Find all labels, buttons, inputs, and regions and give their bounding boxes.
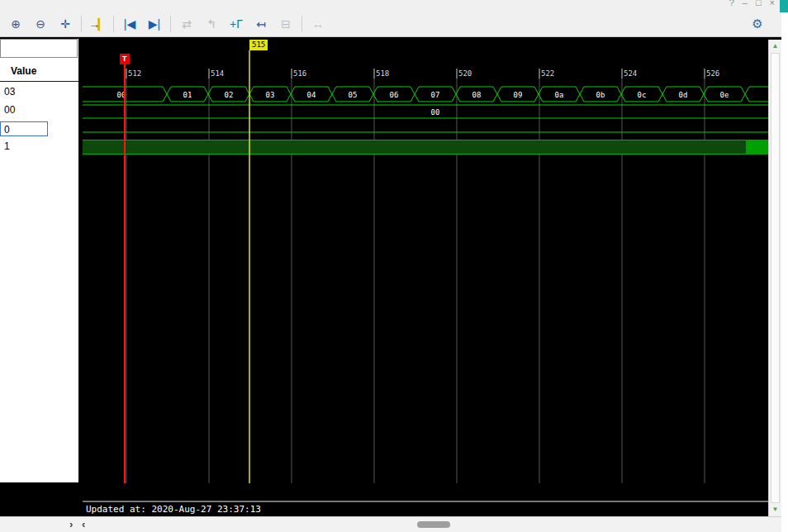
- previous-transition-button[interactable]: |◀: [117, 14, 142, 35]
- timeline-label: 524: [624, 69, 637, 78]
- vertical-scrollbar[interactable]: ▲ ▼: [768, 40, 781, 516]
- logic-high-highlight: [746, 140, 768, 154]
- constant-bus-value-label: 00: [431, 108, 440, 116]
- waveform-canvas[interactable]: 5125145165185205225245260001020304050607…: [83, 40, 768, 516]
- toolbar-separator: [170, 16, 171, 32]
- value-row[interactable]: 03: [0, 83, 78, 101]
- scroll-up-arrow-icon[interactable]: ▲: [769, 40, 781, 52]
- value-filter-input[interactable]: [0, 39, 78, 58]
- add-marker-icon: +Γ: [230, 17, 243, 31]
- next-transition-button[interactable]: ▶|: [142, 14, 167, 35]
- vertical-scrollbar-thumb[interactable]: [771, 53, 780, 503]
- bus-value-label: 0b: [596, 91, 605, 99]
- timeline-label: 516: [293, 69, 306, 78]
- timeline-label: 514: [211, 69, 224, 78]
- settings-button[interactable]: ⚙: [745, 14, 770, 35]
- close-button[interactable]: ×: [770, 0, 775, 7]
- main-cursor-label[interactable]: T: [120, 54, 130, 64]
- window-controls: ?–□×: [729, 0, 775, 7]
- left-pane-scroll-arrow-icon[interactable]: ›: [69, 517, 73, 532]
- value-row[interactable]: 0: [0, 119, 78, 137]
- bus-value-label: 0a: [555, 91, 564, 99]
- value-edit-box[interactable]: 0: [0, 121, 48, 136]
- toolbar-separator: [113, 16, 114, 32]
- waveform-area[interactable]: 5125145165185205225245260001020304050607…: [83, 40, 768, 516]
- toolbar: ⊕⊖✛→▎|◀▶|⇄↰+Γ↤⊟↔⚙: [0, 12, 781, 37]
- bus-value-label: 03: [266, 91, 275, 99]
- timeline-label: 520: [458, 69, 472, 78]
- timeline-label: 512: [128, 69, 141, 78]
- toolbar-separator: [301, 16, 302, 32]
- zoom-in-button[interactable]: ⊕: [3, 14, 28, 35]
- horizontal-scrollbar[interactable]: › ‹: [0, 516, 781, 532]
- snap-to-transition-button[interactable]: ↰: [199, 14, 224, 35]
- maximize-button[interactable]: □: [756, 0, 762, 7]
- value-column-header: Value: [0, 60, 78, 82]
- bus-value-label: 0e: [720, 91, 729, 99]
- signal-value-panel: Value 030001: [0, 39, 78, 482]
- bus-value-label: 02: [225, 91, 234, 99]
- swap-cursors-button[interactable]: ⇄: [174, 14, 199, 35]
- minimize-button[interactable]: –: [743, 0, 748, 7]
- logic-high-fill: [83, 140, 768, 154]
- bus-value-label: 0d: [679, 91, 688, 99]
- previous-transition-icon: |◀: [124, 17, 135, 31]
- zoom-out-icon: ⊖: [36, 17, 45, 31]
- delete-marker-button[interactable]: ⊟: [273, 14, 298, 35]
- zoom-out-button[interactable]: ⊖: [28, 14, 53, 35]
- bus-value-label: 08: [472, 91, 482, 99]
- timeline-label: 522: [541, 69, 554, 78]
- bus-segment: [745, 87, 768, 102]
- bus-value-label: 06: [390, 91, 399, 99]
- zoom-fit-button[interactable]: ✛: [53, 14, 78, 35]
- value-text: 1: [4, 140, 10, 152]
- titlebar: ?–□×: [0, 0, 781, 12]
- scroll-down-arrow-icon[interactable]: ▼: [769, 504, 781, 515]
- settings-gear-icon: ⚙: [752, 17, 762, 31]
- zoom-in-icon: ⊕: [11, 17, 21, 31]
- measure-button[interactable]: ↔: [306, 14, 330, 35]
- horizontal-scrollbar-thumb[interactable]: [417, 521, 450, 528]
- snap-to-transition-icon: ↰: [206, 17, 216, 31]
- value-rows: 030001: [0, 83, 78, 155]
- value-row[interactable]: 00: [0, 101, 78, 119]
- value-text: 03: [4, 86, 15, 97]
- bus-value-label: 07: [431, 91, 440, 99]
- timeline-label: 526: [706, 69, 719, 78]
- titlebar-accent-strip: [780, 0, 788, 12]
- bus-value-label: 01: [183, 91, 192, 99]
- timeline-label: 518: [376, 69, 389, 78]
- screen: ?–□× ⊕⊖✛→▎|◀▶|⇄↰+Γ↤⊟↔⚙ Value 030001 5125…: [0, 0, 788, 532]
- bus-value-label: 05: [349, 91, 358, 99]
- delete-marker-icon: ⊟: [281, 17, 291, 31]
- bus-value-label: 04: [307, 91, 316, 99]
- marker-to-cursor-icon: ↤: [256, 17, 266, 31]
- status-updated-text: Updated at: 2020-Aug-27 23:37:13: [86, 504, 261, 515]
- waveform-viewer-window: ?–□× ⊕⊖✛→▎|◀▶|⇄↰+Γ↤⊟↔⚙ Value 030001 5125…: [0, 0, 781, 532]
- go-to-cursor-button[interactable]: →▎: [85, 14, 110, 35]
- zoom-fit-icon: ✛: [60, 17, 70, 31]
- measure-icon: ↔: [312, 17, 324, 31]
- next-transition-icon: ▶|: [149, 17, 160, 31]
- marker-label[interactable]: 515: [249, 40, 268, 50]
- wave-pane-scroll-arrow-icon[interactable]: ‹: [82, 517, 85, 532]
- swap-cursors-icon: ⇄: [182, 17, 192, 31]
- value-row[interactable]: 1: [0, 137, 78, 155]
- help-button[interactable]: ?: [729, 0, 734, 7]
- add-marker-button[interactable]: +Γ: [224, 14, 249, 35]
- toolbar-separator: [81, 16, 82, 32]
- content-area: Value 030001 512514516518520522524526000…: [0, 37, 781, 516]
- bus-value-label: 09: [514, 91, 523, 99]
- marker-to-cursor-button[interactable]: ↤: [249, 14, 273, 35]
- bus-value-label: 0c: [638, 91, 647, 99]
- value-text: 00: [4, 104, 15, 116]
- go-to-cursor-accent-icon: ▎: [98, 18, 107, 31]
